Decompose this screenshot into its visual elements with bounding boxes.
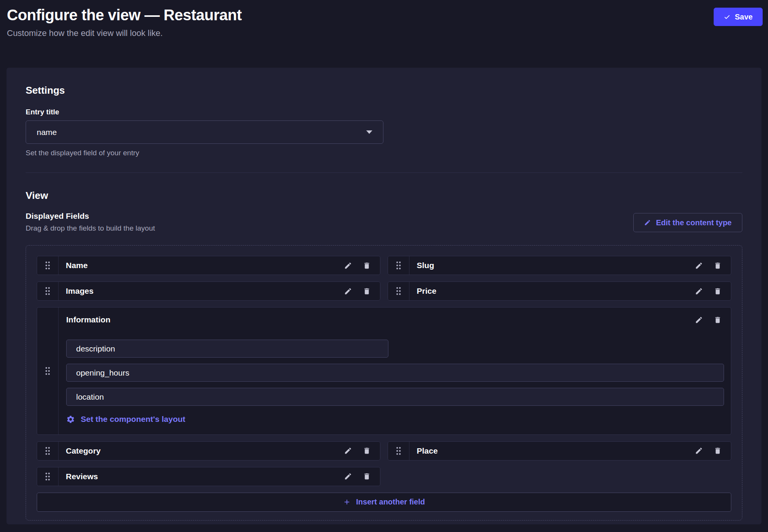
edit-field-button[interactable]	[695, 262, 703, 270]
component-block-information: Information description opening_hours lo…	[37, 307, 731, 435]
trash-icon	[363, 287, 371, 295]
pencil-icon	[695, 287, 703, 295]
field-row-reviews[interactable]: Reviews	[37, 467, 380, 486]
component-field-description[interactable]: description	[66, 340, 388, 358]
pencil-icon	[695, 447, 703, 455]
trash-icon	[714, 447, 722, 455]
edit-field-button[interactable]	[695, 316, 703, 324]
delete-field-button[interactable]	[714, 287, 722, 295]
field-row-place[interactable]: Place	[388, 441, 731, 460]
fields-layout-area: Name Slug Images	[26, 245, 742, 521]
drag-handle-icon	[45, 366, 51, 376]
entry-title-select[interactable]: name	[26, 120, 383, 144]
gear-icon	[66, 415, 75, 424]
component-fields: description opening_hours location	[66, 340, 724, 406]
pencil-icon	[344, 472, 352, 480]
delete-field-button[interactable]	[714, 262, 722, 270]
field-row-label: Category	[59, 442, 344, 460]
plus-icon	[343, 498, 351, 506]
set-component-layout-link[interactable]: Set the component's layout	[66, 415, 185, 424]
delete-field-button[interactable]	[714, 447, 722, 455]
entry-title-label: Entry title	[26, 108, 742, 116]
field-row-actions	[695, 442, 731, 460]
drag-handle[interactable]	[37, 467, 59, 486]
trash-icon	[363, 472, 371, 480]
drag-handle-icon	[45, 446, 51, 456]
page-title: Configure the view — Restaurant	[7, 5, 241, 24]
drag-handle-icon	[45, 261, 51, 270]
field-row-actions	[344, 282, 380, 300]
drag-handle[interactable]	[388, 282, 409, 300]
delete-field-button[interactable]	[714, 316, 722, 324]
component-field-opening-hours[interactable]: opening_hours	[66, 364, 724, 382]
drag-handle[interactable]	[37, 307, 59, 434]
settings-heading: Settings	[26, 85, 742, 96]
field-row-slug[interactable]: Slug	[388, 256, 731, 275]
drag-handle-icon	[396, 286, 401, 296]
set-component-layout-label: Set the component's layout	[81, 415, 185, 424]
field-row-label: Place	[409, 442, 695, 460]
field-row-actions	[344, 442, 380, 460]
trash-icon	[363, 262, 371, 270]
edit-field-button[interactable]	[344, 262, 352, 270]
drag-handle[interactable]	[37, 282, 59, 300]
drag-handle[interactable]	[37, 256, 59, 275]
pencil-icon	[344, 262, 352, 270]
drag-handle[interactable]	[388, 256, 409, 275]
displayed-fields-text: Displayed Fields Drag & drop the fields …	[26, 211, 155, 233]
field-row-label: Slug	[409, 256, 695, 275]
pencil-icon	[695, 262, 703, 270]
trash-icon	[714, 262, 722, 270]
pencil-icon	[344, 287, 352, 295]
edit-field-button[interactable]	[344, 447, 352, 455]
edit-field-button[interactable]	[695, 447, 703, 455]
empty-grid-cell	[388, 467, 731, 486]
delete-field-button[interactable]	[363, 447, 371, 455]
field-row-label: Name	[59, 256, 344, 275]
trash-icon	[363, 447, 371, 455]
page-header-text: Configure the view — Restaurant Customiz…	[7, 5, 241, 38]
save-button[interactable]: Save	[714, 8, 763, 26]
settings-card: Settings Entry title name Set the displa…	[7, 68, 761, 524]
pencil-icon	[344, 447, 352, 455]
entry-title-select-value: name	[37, 128, 57, 137]
save-button-label: Save	[735, 13, 753, 21]
field-row-actions	[344, 256, 380, 275]
edit-field-button[interactable]	[344, 472, 352, 480]
drag-handle-icon	[396, 261, 401, 270]
entry-title-hint: Set the displayed field of your entry	[26, 149, 742, 157]
edit-content-type-label: Edit the content type	[656, 218, 732, 227]
component-field-location[interactable]: location	[66, 388, 724, 406]
field-row-label: Price	[409, 282, 695, 300]
drag-handle[interactable]	[388, 442, 409, 460]
field-row-images[interactable]: Images	[37, 281, 380, 301]
view-heading: View	[26, 190, 742, 202]
edit-field-button[interactable]	[344, 287, 352, 295]
insert-another-field-label: Insert another field	[356, 498, 425, 506]
displayed-fields-title: Displayed Fields	[26, 211, 155, 221]
insert-another-field-button[interactable]: Insert another field	[37, 493, 731, 512]
drag-handle-icon	[45, 286, 51, 296]
displayed-fields-header: Displayed Fields Drag & drop the fields …	[26, 211, 742, 233]
caret-down-icon	[366, 130, 372, 134]
delete-field-button[interactable]	[363, 262, 371, 270]
field-row-label: Images	[59, 282, 344, 300]
edit-field-button[interactable]	[695, 287, 703, 295]
component-title: Information	[66, 315, 111, 324]
component-header: Information	[66, 315, 724, 324]
field-row-actions	[695, 256, 731, 275]
trash-icon	[714, 287, 722, 295]
field-row-name[interactable]: Name	[37, 256, 380, 275]
field-row-category[interactable]: Category	[37, 441, 380, 460]
field-row-actions	[344, 467, 380, 486]
delete-field-button[interactable]	[363, 287, 371, 295]
field-row-label: Reviews	[59, 467, 344, 486]
check-icon	[724, 13, 730, 20]
pencil-icon	[695, 316, 703, 324]
section-divider	[26, 172, 742, 173]
drag-handle[interactable]	[37, 442, 59, 460]
field-row-price[interactable]: Price	[388, 281, 731, 301]
displayed-fields-hint: Drag & drop the fields to build the layo…	[26, 224, 155, 233]
delete-field-button[interactable]	[363, 472, 371, 480]
edit-content-type-button[interactable]: Edit the content type	[633, 213, 742, 232]
